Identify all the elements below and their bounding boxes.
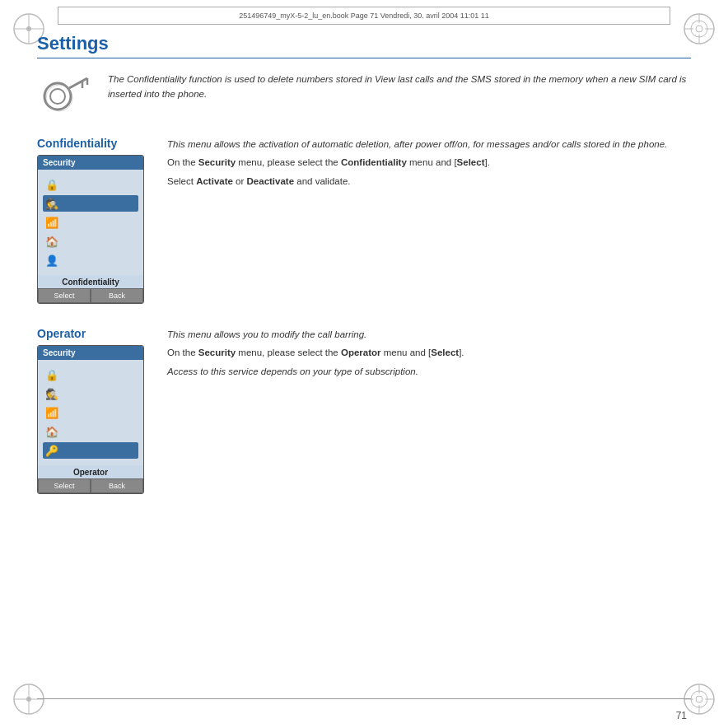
phone-icon-row-op-2: 🕵️ — [43, 385, 138, 402]
phone-header-operator: Security — [38, 346, 143, 360]
phone-icons-confidentiality: 🔒 🕵️ 📶 🏠 👤 — [43, 173, 138, 272]
confidentiality-desc-line2: On the Security menu, please select the … — [167, 155, 691, 170]
phone-body-confidentiality: 🔒 🕵️ 📶 🏠 👤 — [38, 170, 143, 275]
lock-icon-op: 🔒 — [44, 367, 59, 382]
phone-back-btn[interactable]: Back — [91, 288, 143, 303]
phone-icon-row-3: 📶 — [43, 214, 138, 231]
key-icon-op: 🔑 — [44, 443, 59, 458]
bars-icon-op: 📶 — [44, 405, 59, 420]
section-left-operator: Operator Security 🔒 🕵️ 📶 — [37, 327, 152, 494]
section-confidentiality: Confidentiality Security 🔒 🕵️ — [37, 137, 691, 304]
main-content: Settings The Confidentiality function is… — [37, 33, 691, 695]
person-icon: 👤 — [44, 253, 59, 268]
confidentiality-desc-line3: Select Activate or Deactivate and valida… — [167, 174, 691, 189]
phone-bottom-label-confidentiality: Confidentiality — [38, 275, 143, 288]
phone-icon-row-selected: 🕵️ — [43, 195, 138, 212]
house-icon: 🏠 — [44, 234, 59, 249]
phone-icon-row-op-4: 🏠 — [43, 423, 138, 440]
svg-point-14 — [26, 697, 31, 702]
phone-icon-row-5: 👤 — [43, 252, 138, 268]
svg-point-17 — [696, 696, 702, 702]
operator-desc-italic: This menu allows you to modify the call … — [167, 327, 691, 342]
phone-icon-row-op-selected: 🔑 — [43, 442, 138, 459]
phone-select-btn[interactable]: Select — [38, 288, 91, 303]
section-content-confidentiality: This menu allows the activation of autom… — [167, 137, 691, 192]
svg-point-6 — [696, 26, 702, 32]
intro-text: The Confidentiality function is used to … — [108, 72, 691, 102]
phone-bottom-label-operator: Operator — [38, 465, 143, 478]
page-number: 71 — [676, 710, 687, 721]
phone-icon-row-4: 🏠 — [43, 233, 138, 250]
intro-icon — [37, 72, 95, 117]
operator-phone-screen: Security 🔒 🕵️ 📶 🏠 — [37, 345, 144, 494]
intro-section: The Confidentiality function is used to … — [37, 72, 691, 117]
phone-body-operator: 🔒 🕵️ 📶 🏠 🔑 — [38, 360, 143, 465]
confidentiality-heading: Confidentiality — [37, 137, 152, 150]
confidentiality-phone-screen: Security 🔒 🕵️ 📶 — [37, 155, 144, 304]
confidentiality-desc-italic: This menu allows the activation of autom… — [167, 137, 691, 152]
section-operator: Operator Security 🔒 🕵️ 📶 — [37, 327, 691, 494]
phone-icon-row-op-3: 📶 — [43, 404, 138, 421]
section-content-operator: This menu allows you to modify the call … — [167, 327, 691, 382]
operator-desc-line2: On the Security menu, please select the … — [167, 345, 691, 360]
top-bar-text: 251496749_myX-5-2_lu_en.book Page 71 Ven… — [239, 12, 489, 20]
phone-icon-row-op-1: 🔒 — [43, 366, 138, 383]
top-bar: 251496749_myX-5-2_lu_en.book Page 71 Ven… — [58, 7, 670, 25]
section-left-confidentiality: Confidentiality Security 🔒 🕵️ — [37, 137, 152, 304]
phone-icons-operator: 🔒 🕵️ 📶 🏠 🔑 — [43, 363, 138, 462]
page-title: Settings — [37, 33, 691, 58]
bars-icon: 📶 — [44, 215, 59, 230]
phone-op-select-btn[interactable]: Select — [38, 478, 91, 493]
spy-icon-op: 🕵️ — [44, 386, 59, 401]
operator-heading: Operator — [37, 327, 152, 340]
house-icon-op: 🏠 — [44, 424, 59, 439]
phone-buttons-confidentiality: Select Back — [38, 288, 143, 303]
bottom-rule — [37, 698, 691, 699]
spy-icon: 🕵️ — [44, 196, 59, 211]
phone-buttons-operator: Select Back — [38, 478, 143, 493]
operator-desc-line3: Access to this service depends on your t… — [167, 364, 691, 379]
lock-icon: 🔒 — [44, 177, 59, 192]
svg-line-24 — [69, 78, 87, 88]
phone-header-confidentiality: Security — [38, 156, 143, 170]
phone-icon-row-1: 🔒 — [43, 176, 138, 193]
svg-point-23 — [50, 89, 65, 104]
phone-op-back-btn[interactable]: Back — [91, 478, 143, 493]
svg-point-3 — [26, 26, 31, 31]
